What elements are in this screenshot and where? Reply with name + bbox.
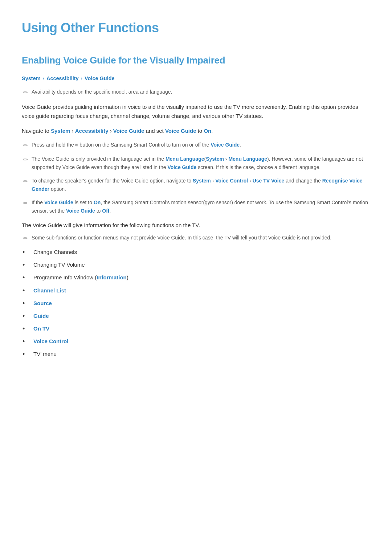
- list-item-tv-menu: TV' menu: [22, 350, 370, 359]
- note4-on[interactable]: On: [94, 200, 101, 205]
- note1-voice-guide-link[interactable]: Voice Guide: [211, 142, 240, 148]
- note3-system[interactable]: System: [193, 178, 211, 184]
- note2-system[interactable]: System: [206, 156, 224, 162]
- list-item-on-tv: On TV: [22, 324, 370, 333]
- note-text-2: The Voice Guide is only provided in the …: [32, 155, 370, 172]
- note-icon-2: ✏: [23, 155, 28, 164]
- programme-info-link[interactable]: Information: [97, 274, 127, 280]
- breadcrumb: System › Accessibility › Voice Guide: [22, 74, 370, 83]
- note-text-3: To change the speaker's gender for the V…: [32, 177, 370, 193]
- breadcrumb-accessibility[interactable]: Accessibility: [46, 74, 79, 83]
- list-item-tv-menu-text: TV' menu: [33, 350, 57, 358]
- list-item-change-channels-text: Change Channels: [33, 248, 77, 257]
- list-item-programme-info-text: Programme Info Window (Information): [33, 273, 128, 282]
- note-icon-1: ✏: [23, 141, 28, 150]
- navigate-link-voiceguide2[interactable]: Voice Guide: [165, 128, 196, 134]
- note2-menu-language2[interactable]: Menu Language: [228, 156, 267, 162]
- breadcrumb-voice-guide[interactable]: Voice Guide: [85, 74, 115, 83]
- navigate-on[interactable]: On: [204, 128, 211, 134]
- note-icon-3: ✏: [23, 177, 28, 186]
- note-text-1: Press and hold the ⊠ button on the Samsu…: [32, 141, 241, 149]
- voice-control-link[interactable]: Voice Control: [33, 337, 68, 346]
- list-item-programme-info: Programme Info Window (Information): [22, 273, 370, 282]
- note-icon-availability: ✏: [23, 88, 28, 97]
- note4-off[interactable]: Off: [102, 208, 109, 214]
- breadcrumb-sep-2: ›: [81, 75, 82, 82]
- page-title: Using Other Functions: [22, 17, 370, 38]
- body-paragraph: Voice Guide provides guiding information…: [22, 103, 370, 121]
- navigate-link-accessibility[interactable]: Accessibility: [75, 128, 109, 134]
- sub-note-icon: ✏: [23, 234, 28, 243]
- list-item-change-channels: Change Channels: [22, 248, 370, 257]
- note2-voice-guide[interactable]: Voice Guide: [167, 164, 196, 170]
- breadcrumb-sep-1: ›: [43, 75, 44, 82]
- availability-note: ✏ Availability depends on the specific m…: [22, 88, 370, 97]
- section-title: Enabling Voice Guide for the Visually Im…: [22, 53, 370, 68]
- note-item-2: ✏ The Voice Guide is only provided in th…: [22, 155, 370, 172]
- note-item-4: ✏ If the Voice Guide is set to On, the S…: [22, 198, 370, 215]
- channel-list-link[interactable]: Channel List: [33, 286, 66, 295]
- list-item-changing-tv-volume: Changing TV Volume: [22, 260, 370, 270]
- note-item-1: ✏ Press and hold the ⊠ button on the Sam…: [22, 141, 370, 150]
- note4-voice-guide[interactable]: Voice Guide: [44, 200, 73, 205]
- breadcrumb-system[interactable]: System: [22, 74, 41, 83]
- note-icon-4: ✏: [23, 199, 28, 208]
- note3-use-tv-voice[interactable]: Use TV Voice: [253, 178, 285, 184]
- functions-list: Change Channels Changing TV Volume Progr…: [22, 248, 370, 359]
- list-item-channel-list: Channel List: [22, 286, 370, 295]
- source-link[interactable]: Source: [33, 299, 52, 308]
- note4-voice-guide2[interactable]: Voice Guide: [66, 208, 95, 214]
- list-item-source: Source: [22, 299, 370, 308]
- note3-voice-control[interactable]: Voice Control: [215, 178, 248, 184]
- notes-list: ✏ Press and hold the ⊠ button on the Sam…: [22, 141, 370, 216]
- guide-link[interactable]: Guide: [33, 312, 49, 320]
- navigate-link-voiceguide[interactable]: Voice Guide: [113, 128, 144, 134]
- navigate-text: Navigate to System › Accessibility › Voi…: [22, 127, 370, 136]
- note-text-4: If the Voice Guide is set to On, the Sam…: [32, 198, 370, 215]
- sub-note-text: Some sub-functions or function menus may…: [32, 234, 331, 242]
- list-intro: The Voice Guide will give information fo…: [22, 221, 370, 230]
- sub-note-item: ✏ Some sub-functions or function menus m…: [22, 234, 370, 243]
- list-item-changing-tv-volume-text: Changing TV Volume: [33, 260, 85, 269]
- note-item-3: ✏ To change the speaker's gender for the…: [22, 177, 370, 193]
- list-item-guide: Guide: [22, 312, 370, 321]
- note2-menu-language[interactable]: Menu Language: [166, 156, 204, 162]
- list-item-voice-control: Voice Control: [22, 337, 370, 346]
- on-tv-link[interactable]: On TV: [33, 324, 49, 333]
- navigate-link-system[interactable]: System: [51, 128, 70, 134]
- availability-note-text: Availability depends on the specific mod…: [32, 88, 172, 96]
